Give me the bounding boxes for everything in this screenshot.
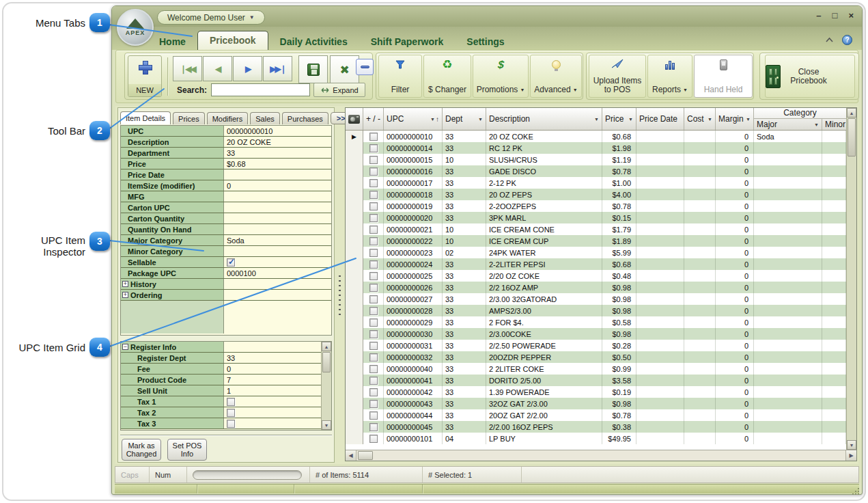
checkbox[interactable] <box>369 202 378 210</box>
checkbox[interactable] <box>369 307 378 315</box>
cell-check[interactable] <box>363 142 384 154</box>
cell-check[interactable] <box>363 131 384 142</box>
inspector-tab-purchases[interactable]: Purchases <box>282 112 328 124</box>
filter-dropdown-icon[interactable]: ▼ <box>592 117 599 122</box>
cell-check[interactable] <box>363 328 384 340</box>
table-row[interactable]: 00000000017332-12 PK$1.000 <box>346 177 846 189</box>
column-header-price-date[interactable]: Price Date <box>636 108 684 130</box>
scrollbar-thumb[interactable] <box>358 451 373 460</box>
reports-button[interactable]: Reports▼ <box>647 55 692 98</box>
inspector-tab-sales[interactable]: Sales <box>250 112 280 124</box>
checkbox[interactable] <box>369 214 378 222</box>
checkbox[interactable] <box>369 144 378 152</box>
nav-first-button[interactable]: ❘◀◀ <box>173 56 202 81</box>
nav-next-button[interactable]: ▶ <box>233 56 262 81</box>
field-value[interactable] <box>223 169 331 180</box>
table-row[interactable]: 00000000019332-2OOZPEPS$0.780 <box>346 200 846 212</box>
search-input[interactable] <box>211 83 310 96</box>
checkbox[interactable] <box>369 156 378 164</box>
tab-daily-activities[interactable]: Daily Activities <box>268 33 359 50</box>
column-header-[interactable]: + / - <box>363 108 384 130</box>
resize-grip[interactable] <box>855 491 856 492</box>
field-value[interactable]: 0 <box>223 364 321 374</box>
cell-check[interactable] <box>363 165 384 177</box>
cell-check[interactable] <box>363 200 384 212</box>
checkbox[interactable] <box>227 420 235 428</box>
checkbox[interactable] <box>369 272 378 280</box>
table-row[interactable]: 0000000002210ICE CREAM CUP$1.890 <box>346 235 846 247</box>
column-header-dept[interactable]: Dept▼ <box>443 108 486 130</box>
field-value[interactable] <box>223 290 331 300</box>
scroll-up-icon[interactable]: ▲ <box>847 108 856 118</box>
field-value[interactable]: 7 <box>223 375 321 385</box>
table-row[interactable]: 00000000029332 FOR $4.$0.580 <box>346 316 846 328</box>
grid-vertical-scrollbar[interactable]: ▲ ▼ <box>846 108 856 450</box>
table-row[interactable]: 0000000001633GADE DISCO$0.780 <box>346 165 846 177</box>
tab-pricebook[interactable]: Pricebook <box>197 31 268 50</box>
tab-settings[interactable]: Settings <box>455 33 516 50</box>
nav-previous-button[interactable]: ◀ <box>203 56 232 81</box>
scrollbar-thumb[interactable] <box>322 352 331 372</box>
cell-check[interactable] <box>363 235 384 247</box>
cell-check[interactable] <box>363 433 384 444</box>
checkbox[interactable] <box>369 249 378 257</box>
scrollbar-thumb[interactable] <box>848 118 856 157</box>
filter-button[interactable]: Filter <box>378 55 422 98</box>
field-value[interactable] <box>223 246 331 256</box>
delete-button[interactable]: ✖ <box>330 55 359 83</box>
checkbox[interactable] <box>369 365 378 373</box>
table-row[interactable]: 00000000042331.39 POWERADE$0.190 <box>346 386 846 398</box>
checkbox[interactable] <box>369 400 378 408</box>
cell-check[interactable] <box>363 421 384 433</box>
field-value[interactable]: Soda <box>223 235 331 245</box>
checkbox[interactable] <box>369 423 378 431</box>
filter-dropdown-icon[interactable]: ▼ <box>626 117 633 122</box>
checkbox[interactable] <box>369 260 378 269</box>
close-button[interactable]: × <box>848 10 854 21</box>
cell-check[interactable] <box>363 305 384 316</box>
cell-check[interactable] <box>363 398 384 409</box>
tab-home[interactable]: Home <box>148 33 197 50</box>
upload-items-to-pos-button[interactable]: Upload Items to POS <box>589 55 646 98</box>
filter-dropdown-icon[interactable]: ▼ <box>705 117 712 122</box>
cell-check[interactable] <box>363 340 384 351</box>
column-header-margin[interactable]: Margin▼ <box>716 108 754 130</box>
field-value[interactable] <box>223 202 331 213</box>
checkbox[interactable] <box>369 179 378 187</box>
checkbox[interactable] <box>227 258 235 267</box>
table-row[interactable]: 0000000004133DORITO 2/5.00$3.580 <box>346 375 846 386</box>
advanced-button[interactable]: Advanced▼ <box>530 55 582 98</box>
field-value[interactable]: 1 <box>223 385 321 396</box>
field-value[interactable] <box>223 213 331 223</box>
checkbox[interactable] <box>227 409 235 417</box>
checkbox[interactable] <box>369 342 378 350</box>
checkbox[interactable] <box>369 330 378 338</box>
filter-dropdown-icon[interactable]: ▼ <box>476 117 483 122</box>
maximize-button[interactable]: □ <box>832 10 838 21</box>
field-value[interactable] <box>223 224 331 234</box>
user-menu-button[interactable]: Welcome Demo User ▼ <box>157 10 265 25</box>
cell-check[interactable] <box>363 177 384 189</box>
collapse-icon[interactable]: − <box>122 344 128 350</box>
cell-check[interactable] <box>363 258 384 270</box>
field-value[interactable]: 33 <box>223 148 331 158</box>
table-row[interactable]: 0000000001510SLUSH/CRUS$1.190 <box>346 154 846 165</box>
field-value[interactable] <box>223 418 321 429</box>
grid-horizontal-scrollbar[interactable]: ◀ ▶ <box>346 450 856 461</box>
checkbox[interactable] <box>369 353 378 362</box>
scroll-right-icon[interactable]: ▶ <box>845 450 856 461</box>
field-value[interactable] <box>223 279 331 289</box>
expand-icon[interactable]: + <box>122 292 128 298</box>
field-value[interactable] <box>223 191 331 202</box>
field-value[interactable]: 33 <box>223 353 321 363</box>
table-row[interactable]: 000000000230224PK WATER$5.990 <box>346 247 846 258</box>
checkbox[interactable] <box>369 295 378 303</box>
cell-check[interactable] <box>363 409 384 421</box>
scroll-left-icon[interactable]: ◀ <box>346 450 356 461</box>
mark-as-changed-button[interactable]: Mark as Changed <box>122 439 161 461</box>
table-row[interactable]: 00000000020333PK MARL$0.150 <box>346 212 846 223</box>
panel-splitter[interactable] <box>339 275 341 315</box>
checkbox[interactable] <box>369 237 378 245</box>
grid-corner-cell[interactable] <box>346 108 363 130</box>
table-row[interactable]: 00000000024332-2LITER PEPSI$0.680 <box>346 258 846 270</box>
